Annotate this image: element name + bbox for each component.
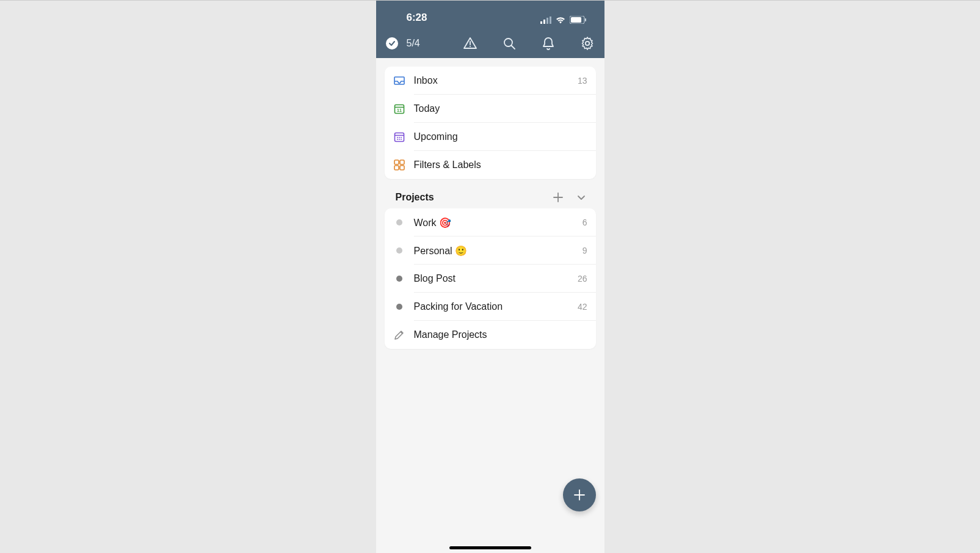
svg-point-17 [397,137,398,138]
task-count-label: 5/4 [407,38,420,49]
settings-icon[interactable] [580,36,595,51]
home-indicator [449,546,531,549]
svg-rect-24 [400,160,404,164]
manage-projects-label: Manage Projects [414,329,587,340]
svg-rect-26 [400,166,404,170]
calendar-today-icon: 11 [393,103,405,115]
plus-icon [572,487,587,503]
wifi-icon [555,16,566,24]
cellular-signal-icon [540,16,551,24]
project-color-dot [393,273,405,285]
svg-rect-6 [585,18,586,21]
svg-text:11: 11 [397,108,402,112]
svg-point-21 [399,139,400,140]
pencil-icon [393,329,405,341]
nav-item-label: Filters & Labels [414,159,587,170]
project-label: Blog Post [414,273,578,284]
svg-rect-0 [540,21,542,24]
battery-icon [570,16,586,24]
project-item[interactable]: Personal 🙂 9 [385,236,596,265]
svg-point-11 [585,42,589,45]
project-label: Work 🎯 [414,217,583,229]
project-item[interactable]: Packing for Vacation 42 [385,293,596,321]
collapse-projects-button[interactable] [575,191,587,203]
projects-card: Work 🎯 6 Personal 🙂 9 Blog Post 26 Packi… [385,208,596,349]
status-time: 6:28 [407,12,427,24]
add-project-button[interactable] [552,191,564,203]
svg-rect-25 [394,166,399,170]
project-label: Personal 🙂 [414,245,583,257]
svg-rect-5 [571,17,581,23]
nav-item-label: Upcoming [414,131,587,142]
nav-item-inbox[interactable]: Inbox 13 [385,67,596,95]
svg-point-19 [401,137,402,138]
app-toolbar: 5/4 [376,29,604,58]
status-bar: 6:28 [376,1,604,29]
nav-card: Inbox 13 11 Today Upcoming [385,67,596,179]
svg-point-18 [399,137,400,138]
projects-title: Projects [396,192,541,203]
svg-point-20 [397,139,398,140]
project-color-dot [393,216,405,229]
manage-projects-item[interactable]: Manage Projects [385,321,596,349]
nav-item-label: Inbox [414,75,578,86]
project-item[interactable]: Work 🎯 6 [385,208,596,236]
search-icon[interactable] [502,36,517,51]
nav-item-upcoming[interactable]: Upcoming [385,123,596,151]
project-count: 9 [583,246,587,255]
nav-item-filters[interactable]: Filters & Labels [385,151,596,179]
svg-line-10 [511,46,515,49]
svg-point-22 [401,139,402,140]
svg-point-8 [470,46,471,47]
project-color-dot [393,301,405,313]
calendar-upcoming-icon [393,131,405,143]
svg-rect-3 [550,16,551,24]
project-count: 26 [578,274,587,284]
nav-item-count: 13 [578,76,587,86]
project-count: 42 [578,302,587,312]
productivity-button[interactable] [386,37,398,49]
svg-rect-23 [394,160,399,164]
alert-icon[interactable] [463,36,477,51]
filters-labels-icon [393,159,405,171]
notifications-icon[interactable] [541,36,556,51]
svg-rect-1 [543,20,545,24]
nav-item-today[interactable]: 11 Today [385,95,596,123]
svg-rect-2 [546,18,548,24]
project-label: Packing for Vacation [414,301,578,312]
phone-frame: 6:28 5/4 [376,1,604,553]
inbox-icon [393,75,405,87]
project-item[interactable]: Blog Post 26 [385,265,596,293]
project-color-dot [393,244,405,257]
add-task-fab[interactable] [563,478,596,511]
projects-section-header: Projects [385,188,596,203]
nav-item-label: Today [414,103,587,114]
project-count: 6 [583,218,587,227]
